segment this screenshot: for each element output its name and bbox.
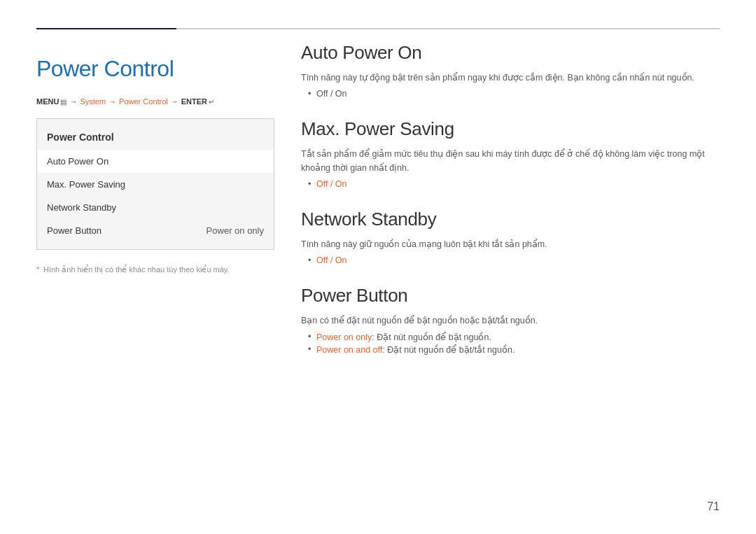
section-title-network-standby: Network Standby xyxy=(301,209,720,230)
bullet-item: Off / On xyxy=(308,255,720,265)
breadcrumb-arrow-3: → xyxy=(171,97,178,106)
menu-box-title: Power Control xyxy=(37,126,274,150)
menu-item-value: Power on only xyxy=(206,225,264,236)
breadcrumb-arrow-1: → xyxy=(69,97,77,106)
menu-item-network-standby[interactable]: Network Standby xyxy=(37,196,274,219)
menu-item-power-button[interactable]: Power Button Power on only xyxy=(37,219,274,242)
bullet-rest-power-on-off: : Đặt nút nguồn để bật/tắt nguồn. xyxy=(382,345,514,355)
bullet-item-power-on-off: Power on and off: Đặt nút nguồn để bật/t… xyxy=(308,344,720,355)
breadcrumb-menu: MENU xyxy=(36,97,59,106)
menu-item-auto-power-on[interactable]: Auto Power On xyxy=(37,150,274,173)
section-title-max-power-saving: Max. Power Saving xyxy=(301,118,720,140)
menu-item-label: Max. Power Saving xyxy=(47,179,125,190)
bullet-text-highlight: Off / On xyxy=(316,179,347,189)
section-desc-power-button: Bạn có thể đặt nút nguồn để bật nguồn ho… xyxy=(301,314,720,328)
bullet-item: Off / On xyxy=(308,89,720,99)
section-desc-max-power-saving: Tắt sản phẩm để giảm mức tiêu thụ điện s… xyxy=(301,147,720,175)
section-desc-auto-power-on: Tính năng này tự động bật trên sản phẩm … xyxy=(301,71,720,85)
menu-item-label: Auto Power On xyxy=(47,156,108,167)
section-auto-power-on: Auto Power On Tính năng này tự động bật … xyxy=(301,42,720,99)
section-network-standby: Network Standby Tính năng này giữ nguồn … xyxy=(301,209,720,265)
section-title-power-button: Power Button xyxy=(301,285,720,307)
bullet-list-power-button: Power on only: Đặt nút nguồn để bật nguồ… xyxy=(301,332,720,355)
menu-item-label: Network Standby xyxy=(47,202,116,213)
breadcrumb-power-control: Power Control xyxy=(119,97,168,106)
section-desc-network-standby: Tính năng này giữ nguồn của mạng luôn bậ… xyxy=(301,237,720,251)
bullet-list-max-power-saving: Off / On xyxy=(301,179,720,189)
footnote: Hình ảnh hiển thị có thể khác nhau tùy t… xyxy=(36,265,274,274)
right-panel: Auto Power On Tính năng này tự động bật … xyxy=(301,42,720,374)
breadcrumb: MENU ▤ → System → Power Control → ENTER … xyxy=(36,97,274,106)
menu-box: Power Control Auto Power On Max. Power S… xyxy=(36,118,274,250)
breadcrumb-menu-icon: ▤ xyxy=(60,98,66,106)
bullet-item: Off / On xyxy=(308,179,720,189)
menu-item-label: Power Button xyxy=(47,225,102,236)
bullet-list-auto-power-on: Off / On xyxy=(301,89,720,99)
breadcrumb-enter-icon: ↵ xyxy=(209,98,214,106)
breadcrumb-arrow-2: → xyxy=(108,97,116,106)
page-title: Power Control xyxy=(36,56,274,82)
section-title-auto-power-on: Auto Power On xyxy=(301,42,720,64)
bullet-text: Off / On xyxy=(316,89,347,99)
section-power-button: Power Button Bạn có thể đặt nút nguồn để… xyxy=(301,285,720,355)
breadcrumb-enter: ENTER xyxy=(181,97,207,106)
page-number: 71 xyxy=(707,500,720,513)
section-max-power-saving: Max. Power Saving Tắt sản phẩm để giảm m… xyxy=(301,118,720,189)
menu-item-max-power-saving[interactable]: Max. Power Saving xyxy=(37,173,274,196)
breadcrumb-system: System xyxy=(80,97,106,106)
top-border xyxy=(36,28,720,29)
bullet-highlight-power-on-only: Power on only xyxy=(316,332,372,342)
bullet-highlight-power-on-off: Power on and off xyxy=(316,345,382,355)
bullet-rest-power-on-only: : Đặt nút nguồn để bật nguồn. xyxy=(372,332,491,342)
bullet-text-highlight: Off / On xyxy=(316,255,347,265)
bullet-item-power-on-only: Power on only: Đặt nút nguồn để bật nguồ… xyxy=(308,332,720,342)
left-panel: Power Control MENU ▤ → System → Power Co… xyxy=(36,42,274,274)
bullet-list-network-standby: Off / On xyxy=(301,255,720,265)
